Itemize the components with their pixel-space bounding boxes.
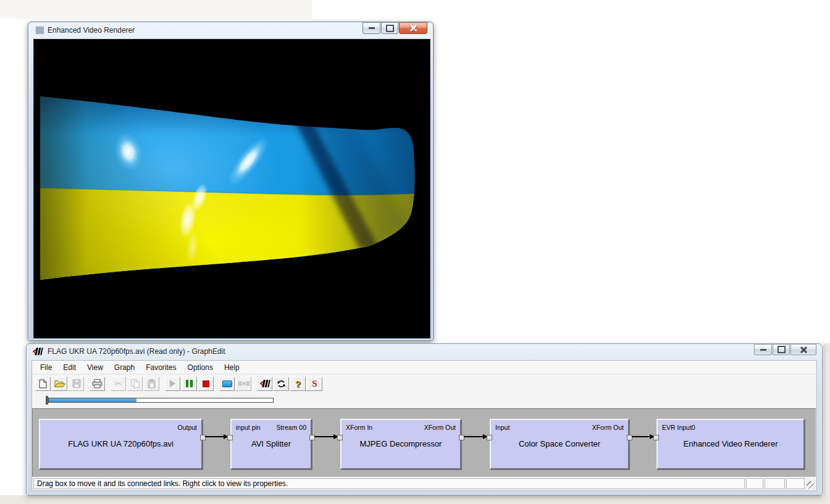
paste-icon bbox=[148, 379, 156, 388]
filter-name: AVI Splitter bbox=[232, 439, 311, 448]
play-icon bbox=[170, 380, 175, 387]
pin-label-input: XForm In bbox=[346, 424, 372, 431]
video-window-titlebar[interactable]: Enhanced Video Renderer bbox=[28, 22, 433, 39]
graphedit-icon bbox=[32, 347, 43, 356]
printer-icon bbox=[92, 379, 103, 388]
graphedit-titlebar[interactable]: FLAG UKR UA 720p60fps.avi (Read only) - … bbox=[27, 344, 822, 360]
stop-icon bbox=[203, 380, 209, 387]
question-mark-icon: ? bbox=[295, 379, 301, 388]
menu-help[interactable]: Help bbox=[219, 362, 245, 373]
seek-row bbox=[32, 393, 816, 408]
filter-box-icon bbox=[222, 380, 232, 387]
save-button bbox=[69, 377, 84, 391]
close-icon bbox=[800, 346, 808, 353]
close-button[interactable] bbox=[790, 344, 816, 355]
spy-button[interactable]: S bbox=[307, 377, 322, 391]
input-pin[interactable] bbox=[487, 435, 492, 440]
menu-edit[interactable]: Edit bbox=[57, 362, 82, 373]
pin-label-output: Output bbox=[177, 424, 197, 431]
minimize-icon bbox=[760, 349, 766, 351]
paste-button bbox=[144, 377, 159, 391]
save-floppy-icon bbox=[72, 379, 81, 388]
pin-label-output: XForm Out bbox=[424, 424, 456, 431]
desktop-background bbox=[823, 343, 830, 498]
s-icon: S bbox=[312, 379, 317, 388]
pin-label-input: input pin bbox=[236, 424, 261, 431]
filter-name: MJPEG Decompressor bbox=[342, 439, 460, 448]
help-button[interactable]: ? bbox=[290, 377, 306, 391]
graphedit-window: FLAG UKR UA 720p60fps.avi (Read only) - … bbox=[26, 343, 823, 495]
pin-label-output: XForm Out bbox=[592, 424, 624, 431]
maximize-icon bbox=[778, 346, 786, 353]
video-renderer-window: Enhanced Video Renderer bbox=[28, 22, 434, 341]
scissors-icon: ✂ bbox=[115, 379, 122, 388]
cut-button: ✂ bbox=[111, 377, 126, 391]
graphedit-icon bbox=[259, 379, 270, 388]
filter-graph-canvas[interactable]: Output FLAG UKR UA 720p60fps.avi input p… bbox=[32, 408, 816, 477]
menu-file[interactable]: File bbox=[35, 362, 57, 373]
pause-icon bbox=[186, 380, 193, 387]
maximize-icon bbox=[386, 25, 394, 32]
copy-icon bbox=[131, 379, 140, 388]
application-icon bbox=[36, 27, 44, 34]
connection-arrow bbox=[314, 436, 338, 437]
video-display-area bbox=[33, 39, 430, 338]
status-pane bbox=[765, 478, 785, 489]
print-button[interactable] bbox=[90, 377, 105, 391]
desktop-background bbox=[0, 495, 830, 504]
menu-options[interactable]: Options bbox=[182, 362, 219, 373]
filter-box-source[interactable]: Output FLAG UKR UA 720p60fps.avi bbox=[39, 419, 203, 469]
new-button[interactable] bbox=[35, 377, 51, 391]
input-pin[interactable] bbox=[653, 435, 659, 440]
menu-graph[interactable]: Graph bbox=[109, 362, 140, 373]
pause-button[interactable] bbox=[182, 377, 197, 391]
video-window-title: Enhanced Video Renderer bbox=[48, 26, 135, 35]
connection-arrow bbox=[632, 436, 654, 437]
status-pane bbox=[746, 478, 763, 489]
connection-arrow bbox=[464, 436, 487, 437]
status-pane bbox=[786, 478, 805, 489]
disconnect-all-button bbox=[236, 377, 251, 391]
filter-box-mjpeg-decompressor[interactable]: XForm InXForm Out MJPEG Decompressor bbox=[340, 419, 461, 469]
disconnect-icon bbox=[238, 380, 249, 387]
menu-view[interactable]: View bbox=[82, 362, 109, 373]
resize-grip[interactable] bbox=[806, 478, 815, 489]
seek-track[interactable] bbox=[48, 398, 274, 403]
filter-name: Color Space Converter bbox=[491, 439, 628, 448]
input-pin[interactable] bbox=[227, 435, 233, 440]
input-pin[interactable] bbox=[337, 435, 343, 440]
open-folder-icon bbox=[54, 380, 65, 388]
close-icon bbox=[409, 25, 417, 32]
maximize-button[interactable] bbox=[773, 344, 790, 355]
menu-favorites[interactable]: Favorites bbox=[140, 362, 182, 373]
open-button[interactable] bbox=[52, 377, 67, 391]
close-button[interactable] bbox=[399, 22, 427, 34]
refresh-icon bbox=[277, 379, 286, 388]
pin-label-input: Input bbox=[495, 424, 509, 431]
pin-label-input: EVR Input0 bbox=[662, 424, 695, 431]
copy-button bbox=[127, 377, 143, 391]
stop-button[interactable] bbox=[198, 377, 214, 391]
graphedit-title: FLAG UKR UA 720p60fps.avi (Read only) - … bbox=[48, 347, 225, 356]
desktop-background bbox=[0, 0, 312, 19]
filter-box-color-space-converter[interactable]: InputXForm Out Color Space Converter bbox=[490, 419, 629, 469]
filter-box-evr-renderer[interactable]: EVR Input0 Enhanced Video Renderer bbox=[656, 419, 805, 469]
graphedit-content: File Edit View Graph Favorites Options H… bbox=[31, 360, 817, 491]
pin-label-output: Stream 00 bbox=[277, 424, 306, 431]
waving-flag-video-frame bbox=[34, 40, 430, 338]
insert-filter-button[interactable] bbox=[219, 377, 235, 391]
status-bar: Drag box to move it and its connected li… bbox=[32, 477, 816, 490]
seek-fill bbox=[49, 398, 136, 402]
status-message: Drag box to move it and its connected li… bbox=[33, 478, 745, 489]
minimize-button[interactable] bbox=[754, 344, 772, 355]
filter-box-avi-splitter[interactable]: input pinStream 00 AVI Splitter bbox=[230, 419, 312, 469]
new-document-icon bbox=[39, 379, 47, 388]
connection-arrow bbox=[205, 436, 228, 437]
refresh-button[interactable] bbox=[274, 377, 289, 391]
maximize-button[interactable] bbox=[381, 22, 398, 34]
minimize-icon bbox=[369, 27, 375, 29]
graphedit-logo-button[interactable] bbox=[257, 377, 272, 391]
toolbar: ✂ bbox=[32, 374, 816, 393]
play-button bbox=[165, 377, 180, 391]
minimize-button[interactable] bbox=[363, 22, 380, 34]
